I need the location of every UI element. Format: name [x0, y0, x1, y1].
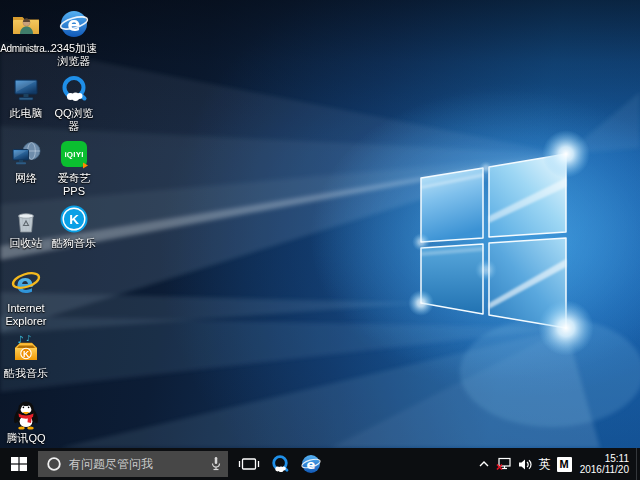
this-pc-icon [10, 69, 42, 105]
show-desktop-button[interactable] [636, 448, 640, 480]
tencent-qq-icon [10, 394, 42, 430]
iqiyi-pps-icon: iQIYI [58, 134, 90, 170]
icon-label: 酷狗音乐 [52, 237, 96, 250]
desktop-icon-grid: Administra... 此电脑 [2, 4, 98, 459]
desktop-icon-2345-browser[interactable]: e 2345加速浏览器 [50, 4, 98, 69]
search-input[interactable]: 有问题尽管问我 [38, 451, 228, 477]
network-disconnected-icon [496, 457, 512, 471]
ime-mode-badge[interactable]: M [554, 448, 575, 480]
svg-text:iQIYI: iQIYI [64, 150, 83, 159]
windows-desktop: Administra... 此电脑 [0, 0, 640, 480]
clock-date: 2016/11/20 [580, 464, 629, 475]
qq-browser-icon [58, 69, 90, 105]
desktop-icon-internet-explorer[interactable]: e Internet Explorer [2, 264, 50, 329]
volume-icon [518, 458, 533, 471]
search-placeholder-text: 有问题尽管问我 [69, 456, 210, 473]
user-folder-icon [10, 4, 42, 40]
desktop-icon-administrator[interactable]: Administra... [2, 4, 50, 69]
internet-explorer-icon: e [10, 264, 42, 300]
qq-browser-icon [269, 453, 291, 475]
desktop-icon-qq-browser[interactable]: QQ浏览器 [50, 69, 98, 134]
taskbar-qq-browser-button[interactable] [264, 448, 295, 480]
icon-label: 腾讯QQ [6, 432, 45, 445]
svg-text:K: K [69, 212, 79, 227]
icon-label: 网络 [15, 172, 37, 185]
tray-clock[interactable]: 15:11 2016/11/20 [575, 453, 636, 475]
2345-browser-icon: e [300, 453, 322, 475]
task-view-button[interactable] [233, 448, 264, 480]
svg-text:♪: ♪ [26, 334, 31, 343]
ime-language-indicator[interactable]: 英 [536, 448, 554, 480]
icon-label: 此电脑 [10, 107, 43, 120]
network-icon [10, 134, 42, 170]
task-view-icon [238, 456, 260, 472]
taskbar-2345-browser-button[interactable]: e [295, 448, 326, 480]
tray-network-status[interactable] [493, 448, 515, 480]
icon-column-2: e 2345加速浏览器 QQ浏览器 [50, 4, 98, 459]
clock-time: 15:11 [580, 453, 629, 464]
icon-label: 酷我音乐 [4, 367, 48, 380]
system-tray: 英 M 15:11 2016/11/20 [475, 448, 640, 480]
chevron-up-icon [478, 459, 490, 469]
tray-expand-button[interactable] [475, 448, 493, 480]
windows-logo-icon [11, 457, 27, 471]
svg-text:e: e [306, 457, 315, 472]
desktop-icon-network[interactable]: 网络 [2, 134, 50, 199]
microphone-icon[interactable] [210, 456, 222, 472]
icon-label: Administra... [0, 42, 52, 55]
desktop-icon-recycle-bin[interactable]: 回收站 [2, 199, 50, 264]
icon-label: 回收站 [10, 237, 43, 250]
desktop-icon-kugou-music[interactable]: K 酷狗音乐 [50, 199, 98, 264]
kuwo-music-icon: ♪ ♪ K [10, 329, 42, 365]
cortana-ring-icon [46, 456, 62, 472]
tray-volume[interactable] [515, 448, 536, 480]
start-button[interactable] [0, 448, 38, 480]
icon-label: 2345加速浏览器 [50, 42, 98, 68]
desktop-icon-this-pc[interactable]: 此电脑 [2, 69, 50, 134]
icon-label: 爱奇艺PPS [50, 172, 98, 198]
icon-label: QQ浏览器 [50, 107, 98, 133]
desktop-icon-kuwo-music[interactable]: ♪ ♪ K 酷我音乐 [2, 329, 50, 394]
icon-label: Internet Explorer [2, 302, 50, 328]
recycle-bin-icon [10, 199, 42, 235]
taskbar: 有问题尽管问我 [0, 448, 640, 480]
svg-text:e: e [68, 13, 81, 35]
kugou-music-icon: K [58, 199, 90, 235]
2345-browser-icon: e [58, 4, 90, 40]
svg-text:K: K [23, 349, 30, 359]
icon-column-1: Administra... 此电脑 [2, 4, 50, 459]
desktop-icon-iqiyi-pps[interactable]: iQIYI 爱奇艺PPS [50, 134, 98, 199]
